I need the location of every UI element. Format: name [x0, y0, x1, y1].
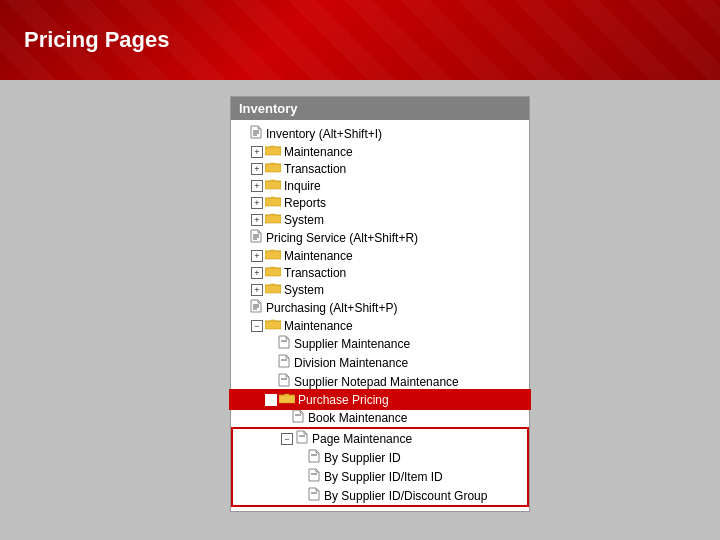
page-icon-pur-by-supplier	[307, 449, 321, 466]
tree-item-pur-division[interactable]: Division Maintenance	[231, 353, 529, 372]
expand-inv-reports[interactable]	[251, 197, 263, 209]
tree-item-ps-transaction[interactable]: Transaction	[231, 264, 529, 281]
tree-item-pricing-service[interactable]: Pricing Service (Alt+Shift+R)	[231, 228, 529, 247]
tree-item-inventory[interactable]: Inventory (Alt+Shift+I)	[231, 124, 529, 143]
folder-icon-pur-purchase-pricing	[279, 392, 295, 407]
folder-icon-inv-system	[265, 212, 281, 227]
tree-item-inv-system[interactable]: System	[231, 211, 529, 228]
tree-item-ps-system[interactable]: System	[231, 281, 529, 298]
page-maintenance-group: Page Maintenance By Supplier ID	[231, 427, 529, 507]
page-icon-pur-notepad	[277, 373, 291, 390]
expand-ps-transaction[interactable]	[251, 267, 263, 279]
tree-item-pur-supplier[interactable]: Supplier Maintenance	[231, 334, 529, 353]
item-label-inv-reports: Reports	[284, 196, 326, 210]
tree-item-pur-purchase-pricing[interactable]: Purchase Pricing	[231, 391, 529, 408]
page-icon-pur-page-maint	[295, 430, 309, 447]
tree-item-inv-transaction[interactable]: Transaction	[231, 160, 529, 177]
item-label-pur-supplier: Supplier Maintenance	[294, 337, 410, 351]
folder-icon-inv-transaction	[265, 161, 281, 176]
item-label-inv-maintenance: Maintenance	[284, 145, 353, 159]
expand-pur-purchase-pricing[interactable]	[265, 394, 277, 406]
item-label-pur-maintenance: Maintenance	[284, 319, 353, 333]
tree-item-pur-page-maint[interactable]: Page Maintenance	[233, 429, 527, 448]
content-area: Inventory Inventory (Alt+Shift+I) Mainte…	[0, 80, 720, 512]
tree-panel: Inventory Inventory (Alt+Shift+I) Mainte…	[230, 96, 530, 512]
folder-icon-inv-reports	[265, 195, 281, 210]
shortcut-icon-pur	[249, 299, 263, 316]
page-title: Pricing Pages	[24, 27, 170, 53]
item-label-pur-by-supplier-item: By Supplier ID/Item ID	[324, 470, 443, 484]
tree-item-purchasing[interactable]: Purchasing (Alt+Shift+P)	[231, 298, 529, 317]
folder-icon-inv-inquire	[265, 178, 281, 193]
folder-icon-ps-maintenance	[265, 248, 281, 263]
expand-inv-transaction[interactable]	[251, 163, 263, 175]
tree-item-pur-book[interactable]: Book Maintenance	[231, 408, 529, 427]
expand-inv-system[interactable]	[251, 214, 263, 226]
item-label-pur-page-maint: Page Maintenance	[312, 432, 412, 446]
page-icon-pur-by-supplier-discount	[307, 487, 321, 504]
shortcut-icon	[249, 125, 263, 142]
tree-item-inv-inquire[interactable]: Inquire	[231, 177, 529, 194]
expand-pur-maintenance[interactable]	[251, 320, 263, 332]
expand-pur-page-maint[interactable]	[281, 433, 293, 445]
item-label-pur-division: Division Maintenance	[294, 356, 408, 370]
item-label-pur-by-supplier: By Supplier ID	[324, 451, 401, 465]
item-label-ps-maintenance: Maintenance	[284, 249, 353, 263]
item-label-inv-inquire: Inquire	[284, 179, 321, 193]
tree-item-inv-maintenance[interactable]: Maintenance	[231, 143, 529, 160]
item-label-ps-system: System	[284, 283, 324, 297]
item-label-ps-transaction: Transaction	[284, 266, 346, 280]
tree-header: Inventory	[231, 97, 529, 120]
item-label-pur-book: Book Maintenance	[308, 411, 407, 425]
item-label-inv-transaction: Transaction	[284, 162, 346, 176]
tree-item-pur-by-supplier-item[interactable]: By Supplier ID/Item ID	[233, 467, 527, 486]
page-icon-pur-division	[277, 354, 291, 371]
tree-item-pur-by-supplier-discount[interactable]: By Supplier ID/Discount Group	[233, 486, 527, 505]
tree-item-pur-maintenance[interactable]: Maintenance	[231, 317, 529, 334]
item-label-pur-notepad: Supplier Notepad Maintenance	[294, 375, 459, 389]
page-icon-pur-book	[291, 409, 305, 426]
expand-inv-inquire[interactable]	[251, 180, 263, 192]
folder-icon-inv-maintenance	[265, 144, 281, 159]
item-label-pur-purchase-pricing: Purchase Pricing	[298, 393, 389, 407]
header: Pricing Pages	[0, 0, 720, 80]
item-label-pricing-service: Pricing Service (Alt+Shift+R)	[266, 231, 418, 245]
expand-inv-maintenance[interactable]	[251, 146, 263, 158]
folder-icon-pur-maintenance	[265, 318, 281, 333]
shortcut-icon-ps	[249, 229, 263, 246]
item-label-inv-system: System	[284, 213, 324, 227]
item-label-pur-by-supplier-discount: By Supplier ID/Discount Group	[324, 489, 487, 503]
tree-item-inv-reports[interactable]: Reports	[231, 194, 529, 211]
folder-icon-ps-system	[265, 282, 281, 297]
tree-body: Inventory (Alt+Shift+I) Maintenance Tran…	[231, 120, 529, 511]
item-label-inventory: Inventory (Alt+Shift+I)	[266, 127, 382, 141]
tree-item-pur-notepad[interactable]: Supplier Notepad Maintenance	[231, 372, 529, 391]
folder-icon-ps-transaction	[265, 265, 281, 280]
expand-ps-maintenance[interactable]	[251, 250, 263, 262]
item-label-purchasing: Purchasing (Alt+Shift+P)	[266, 301, 397, 315]
tree-item-pur-by-supplier[interactable]: By Supplier ID	[233, 448, 527, 467]
tree-item-ps-maintenance[interactable]: Maintenance	[231, 247, 529, 264]
expand-ps-system[interactable]	[251, 284, 263, 296]
page-icon-pur-supplier	[277, 335, 291, 352]
page-icon-pur-by-supplier-item	[307, 468, 321, 485]
